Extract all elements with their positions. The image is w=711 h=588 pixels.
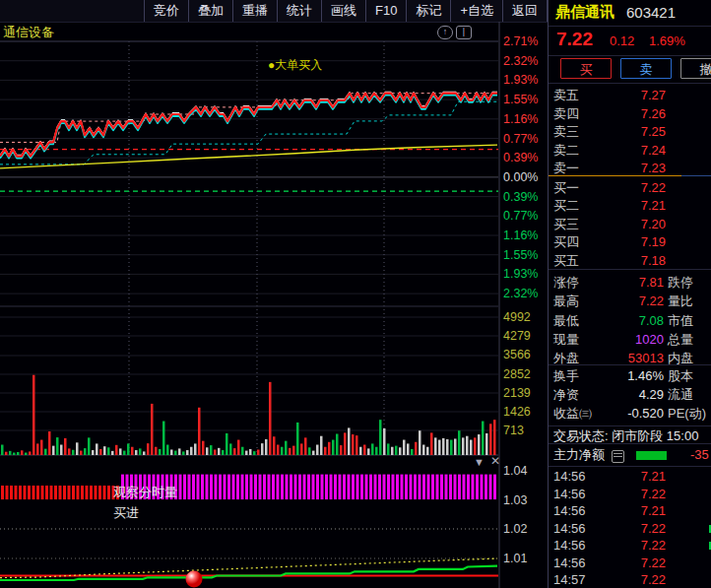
price-row: 7.22 0.12 1.69%: [549, 29, 711, 52]
stat-row-0: 涨停7.81跌停: [549, 273, 711, 292]
cancel-order-button[interactable]: 撤: [680, 58, 711, 79]
indicator-text-buy: 买进: [113, 504, 139, 522]
stat-row-6: 净资4.29流通: [549, 385, 711, 404]
pct-axis-label: 1.55%: [503, 93, 538, 106]
order-book-separator: [549, 175, 711, 176]
volume-axis-label: 3566: [503, 348, 531, 361]
big-order-buy-annotation: ●大单买入: [268, 57, 322, 74]
bid-level-3-label: 买三: [553, 215, 579, 233]
chevron-down-icon[interactable]: ▼: [474, 457, 485, 468]
ask-level-5[interactable]: 卖五7.27: [549, 86, 711, 104]
bid-level-5-label: 买五: [553, 251, 579, 270]
pct-axis-label: 2.71%: [503, 34, 538, 48]
bid-level-4-label: 买四: [553, 232, 579, 251]
main-flow-label: 主力净额: [553, 446, 605, 464]
pct-axis-label: 2.32%: [503, 287, 538, 300]
bid-level-1-price: 7.22: [603, 178, 666, 197]
pct-axis-label: 2.32%: [503, 54, 538, 68]
ask-level-4[interactable]: 卖四7.26: [549, 104, 711, 123]
stat-label: 换手: [553, 366, 579, 385]
pct-axis-label: 1.16%: [503, 112, 538, 126]
detail-list-icon[interactable]: [612, 450, 624, 463]
tick-row-0: 14:567.21: [549, 468, 711, 486]
tick-time: 14:56: [553, 555, 586, 572]
indicator-axis-label: 1.02: [503, 522, 527, 536]
ask-level-2-price: 7.24: [603, 141, 666, 160]
stat-label-2: 总量: [668, 330, 693, 349]
divider: [549, 83, 711, 84]
indicator-text-watch-volume: 观察分时量: [113, 484, 177, 501]
pct-axis-label: 1.16%: [503, 229, 538, 242]
ask-level-4-label: 卖四: [553, 104, 579, 123]
main-flow-legend-bar: [636, 451, 667, 460]
bid-level-2-price: 7.21: [603, 196, 666, 215]
tick-time: 14:56: [553, 502, 586, 520]
bid-level-1[interactable]: 买一7.22: [549, 178, 711, 197]
stat-value: -0.520: [586, 404, 664, 423]
divider: [549, 466, 711, 467]
tick-time: 14:56: [553, 520, 586, 538]
ask-level-5-label: 卖五: [553, 86, 579, 104]
tick-time: 14:56: [553, 537, 586, 555]
stat-value: 1020: [586, 330, 664, 349]
pct-axis-label: 0.77%: [503, 132, 538, 146]
tick-row-1: 14:567.22: [549, 486, 711, 503]
stat-label-2: 量比: [668, 292, 693, 310]
buy-button[interactable]: 买: [560, 58, 612, 79]
panel-toggle-icon[interactable]: ❘: [456, 26, 472, 39]
stat-label: 最高: [553, 292, 579, 310]
ask-level-3-price: 7.25: [603, 122, 666, 141]
expand-icon[interactable]: ↑: [437, 26, 453, 39]
indicator-axis-label: 1.03: [503, 493, 527, 507]
pct-axis-label: 0.39%: [503, 151, 538, 164]
volume-axis-label: 4992: [503, 310, 531, 324]
pct-axis-label: 1.93%: [503, 267, 538, 281]
tick-price: 7.21: [603, 468, 666, 486]
ask-level-2[interactable]: 卖二7.24: [549, 141, 711, 160]
stat-label-2: 跌停: [668, 273, 693, 292]
divider: [549, 364, 711, 365]
ask-level-3-label: 卖三: [553, 122, 579, 141]
stat-value: 7.81: [586, 273, 664, 292]
sell-button[interactable]: 卖: [620, 58, 672, 79]
current-price: 7.22: [556, 29, 593, 50]
ask-level-2-label: 卖二: [553, 141, 579, 160]
tick-price: 7.22: [603, 571, 666, 588]
price-change-percent: 1.69%: [649, 33, 685, 48]
stock-header: 鼎信通讯 603421: [549, 3, 711, 23]
main-flow-row: 主力净额 -35: [549, 446, 711, 464]
stat-row-2: 最低7.08市值: [549, 311, 711, 330]
stat-label-2: 流通: [668, 385, 693, 404]
volume-axis-label: 2852: [503, 367, 531, 381]
tick-row-3: 14:567.22: [549, 520, 711, 538]
indicator-axis-label: 1.04: [503, 464, 527, 478]
stock-code: 603421: [626, 4, 676, 21]
close-icon[interactable]: ✕: [490, 456, 500, 467]
bid-level-3[interactable]: 买三7.20: [549, 215, 711, 233]
bid-level-4[interactable]: 买四7.19: [549, 232, 711, 251]
bid-level-4-price: 7.19: [603, 232, 666, 251]
tick-price: 7.22: [603, 555, 666, 572]
divider: [549, 55, 711, 56]
bid-level-5[interactable]: 买五7.18: [549, 251, 711, 270]
ask-level-4-price: 7.26: [603, 104, 666, 123]
tick-price: 7.22: [603, 486, 666, 503]
stock-name: 鼎信通讯: [555, 3, 614, 22]
trading-status: 交易状态: 闭市阶段 15:00: [553, 427, 711, 444]
indicator-axis-label: 1.01: [503, 552, 527, 565]
stat-value: 1.46%: [586, 366, 664, 385]
intraday-chart-canvas[interactable]: 2.71%2.32%1.93%1.55%1.16%0.77%0.39%0.00%…: [0, 0, 548, 588]
ask-level-5-price: 7.27: [603, 86, 666, 104]
stat-label: 净资: [553, 385, 579, 404]
pct-axis-label: 1.93%: [503, 73, 538, 87]
divider: [549, 425, 711, 426]
pct-axis-label: 0.39%: [503, 190, 538, 204]
bid-level-1-label: 买一: [553, 178, 579, 197]
stat-value: 7.08: [586, 311, 664, 330]
bid-level-2[interactable]: 买二7.21: [549, 196, 711, 215]
pct-axis-label: 0.00%: [503, 170, 538, 184]
stat-row-1: 最高7.22量比: [549, 292, 711, 310]
tick-price: 7.22: [603, 537, 666, 555]
ask-level-3[interactable]: 卖三7.25: [549, 122, 711, 141]
volume-axis-label: 1426: [503, 405, 531, 419]
